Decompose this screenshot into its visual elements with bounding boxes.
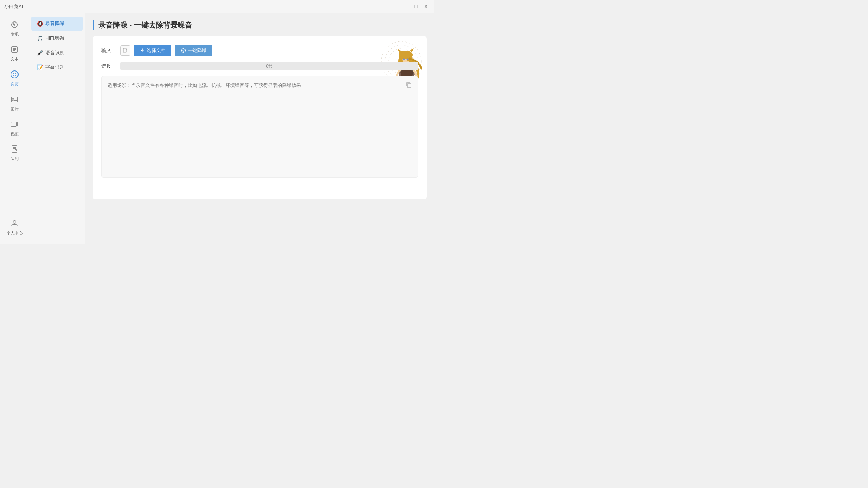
nav-label-queue: 队列 xyxy=(11,156,19,161)
speech-icon: 🎤 xyxy=(37,50,43,56)
nav-label-discover: 发现 xyxy=(11,32,19,37)
denoise-button[interactable]: 一键降噪 xyxy=(175,45,212,56)
svg-point-18 xyxy=(407,59,409,60)
nav-item-discover[interactable]: 发现 xyxy=(2,17,27,41)
svg-rect-23 xyxy=(407,84,411,87)
nav-item-text[interactable]: 文本 xyxy=(2,41,27,65)
titlebar: 小白兔AI ─ □ ✕ xyxy=(0,0,434,13)
progress-row: 进度： 0% xyxy=(101,62,418,70)
content-card: 输入： 选择文件 xyxy=(93,36,427,199)
sidebar-item-speech-recognition[interactable]: 🎤 语音识别 xyxy=(31,46,83,60)
svg-point-22 xyxy=(182,49,186,53)
progress-label: 进度： xyxy=(101,63,117,69)
output-area: 适用场景：当录音文件有各种噪音时，比如电流、机械、环境噪音等，可获得显著的降噪效… xyxy=(101,76,418,178)
copy-button[interactable] xyxy=(404,80,414,90)
page-title: 录音降噪 - 一键去除背景噪音 xyxy=(93,20,427,30)
close-button[interactable]: ✕ xyxy=(422,3,430,10)
nav-label-text: 文本 xyxy=(11,56,19,62)
progress-value: 0% xyxy=(266,64,272,69)
nav-label-profile: 个人中心 xyxy=(7,230,23,236)
sidebar-label-noise-reduction: 录音降噪 xyxy=(45,20,64,27)
nav-item-queue[interactable]: 队列 xyxy=(2,141,27,165)
sidebar-label-hifi: HIFI增强 xyxy=(45,35,64,41)
nav-label-video: 视频 xyxy=(11,131,19,137)
audio-icon xyxy=(10,70,19,81)
nav-label-image: 图片 xyxy=(11,106,19,112)
svg-point-7 xyxy=(13,221,16,223)
minimize-button[interactable]: ─ xyxy=(402,3,409,10)
output-placeholder: 适用场景：当录音文件有各种噪音时，比如电流、机械、环境噪音等，可获得显著的降噪效… xyxy=(108,82,301,88)
nav-item-video[interactable]: 视频 xyxy=(2,116,27,140)
sidebar-label-subtitle: 字幕识别 xyxy=(45,64,64,70)
app-title: 小白兔AI xyxy=(4,3,23,10)
text-icon xyxy=(10,45,19,55)
queue-icon xyxy=(10,145,19,155)
left-nav: 发现 文本 音频 xyxy=(0,13,29,244)
maximize-button[interactable]: □ xyxy=(412,3,419,10)
denoise-label: 一键降噪 xyxy=(188,47,207,54)
discover-icon xyxy=(10,20,19,31)
app-body: 发现 文本 音频 xyxy=(0,13,434,244)
svg-point-2 xyxy=(13,73,16,76)
nav-item-image[interactable]: 图片 xyxy=(2,92,27,116)
right-sidebar: 🔇 录音降噪 🎵 HIFI增强 🎤 语音识别 📝 字幕识别 xyxy=(29,13,85,244)
subtitle-icon: 📝 xyxy=(37,64,43,70)
svg-point-17 xyxy=(403,59,405,60)
select-file-label: 选择文件 xyxy=(147,47,166,54)
nav-bottom: 个人中心 xyxy=(2,215,27,244)
nav-label-audio: 音频 xyxy=(11,82,19,87)
sidebar-item-noise-reduction[interactable]: 🔇 录音降噪 xyxy=(31,17,83,31)
profile-icon xyxy=(10,219,19,229)
input-label: 输入： xyxy=(101,47,117,54)
nav-item-profile[interactable]: 个人中心 xyxy=(2,215,27,239)
sidebar-item-subtitle-recognition[interactable]: 📝 字幕识别 xyxy=(31,60,83,74)
svg-marker-20 xyxy=(410,48,414,52)
svg-rect-3 xyxy=(11,97,18,102)
select-file-button[interactable]: 选择文件 xyxy=(134,45,171,56)
sidebar-item-hifi[interactable]: 🎵 HIFI增强 xyxy=(31,31,83,45)
sidebar-label-speech: 语音识别 xyxy=(45,49,64,56)
main-content: 录音降噪 - 一键去除背景噪音 xyxy=(85,13,434,244)
progress-bar: 0% xyxy=(120,62,418,70)
video-icon xyxy=(10,120,19,130)
noise-reduction-icon: 🔇 xyxy=(37,21,43,27)
nav-item-audio[interactable]: 音频 xyxy=(2,66,27,91)
hifi-icon: 🎵 xyxy=(37,35,43,41)
input-row: 输入： 选择文件 xyxy=(101,45,418,56)
file-icon-box xyxy=(120,45,130,56)
image-icon xyxy=(10,95,19,105)
svg-rect-5 xyxy=(11,122,16,126)
window-controls: ─ □ ✕ xyxy=(402,3,430,10)
